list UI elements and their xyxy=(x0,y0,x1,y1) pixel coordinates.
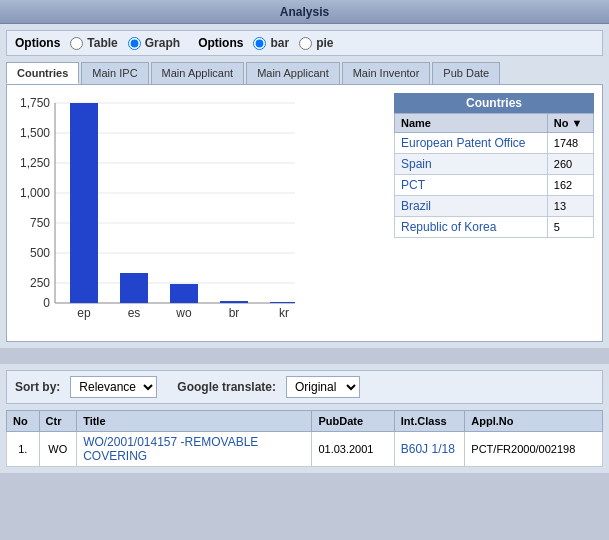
sort-bar: Sort by: Relevance Date Title Google tra… xyxy=(6,370,603,404)
result-intclass-cell: B60J 1/18 xyxy=(394,432,465,467)
country-name-link[interactable]: Spain xyxy=(401,157,432,171)
bottom-section: Sort by: Relevance Date Title Google tra… xyxy=(0,364,609,473)
pie-radio[interactable] xyxy=(299,37,312,50)
results-col-intclass: Int.Class xyxy=(394,411,465,432)
bar-kr xyxy=(270,302,295,303)
page-title: Analysis xyxy=(280,5,329,19)
tab-main-inventor[interactable]: Main Inventor xyxy=(342,62,431,84)
pie-label: pie xyxy=(316,36,333,50)
content-panel: 1,750 1,500 1,250 1,000 750 500 250 0 xyxy=(6,84,603,342)
bar-ep xyxy=(70,103,98,303)
country-name-cell: Brazil xyxy=(395,196,548,217)
country-name-cell: European Patent Office xyxy=(395,133,548,154)
col-name-header: Name xyxy=(395,114,548,133)
tab-countries[interactable]: Countries xyxy=(6,62,79,84)
col-no-header: No ▼ xyxy=(547,114,593,133)
translate-select[interactable]: Original English Spanish French xyxy=(286,376,360,398)
svg-text:0: 0 xyxy=(43,296,50,310)
results-col-title: Title xyxy=(77,411,312,432)
tab-pub-date[interactable]: Pub Date xyxy=(432,62,500,84)
sort-select[interactable]: Relevance Date Title xyxy=(70,376,157,398)
bar-radio-group: bar xyxy=(253,36,289,50)
section-divider xyxy=(0,348,609,356)
result-intclass-link[interactable]: B60J 1/18 xyxy=(401,442,455,456)
svg-text:1,750: 1,750 xyxy=(20,96,50,110)
country-no-cell: 162 xyxy=(547,175,593,196)
country-name-link[interactable]: PCT xyxy=(401,178,425,192)
countries-table-row: PCT162 xyxy=(395,175,594,196)
countries-table-area: Countries Name No ▼ European Patent Offi… xyxy=(394,93,594,333)
translate-label: Google translate: xyxy=(177,380,276,394)
graph-radio-group: Graph xyxy=(128,36,180,50)
countries-table-row: Spain260 xyxy=(395,154,594,175)
options-bar: Options Table Graph Options bar pie xyxy=(6,30,603,56)
country-no-cell: 1748 xyxy=(547,133,593,154)
table-radio-group: Table xyxy=(70,36,117,50)
sort-label: Sort by: xyxy=(15,380,60,394)
svg-text:wo: wo xyxy=(175,306,192,320)
results-col-ctr: Ctr xyxy=(39,411,77,432)
chart-options-label: Options xyxy=(198,36,243,50)
svg-text:250: 250 xyxy=(30,276,50,290)
country-name-cell: PCT xyxy=(395,175,548,196)
bar-es xyxy=(120,273,148,303)
graph-radio[interactable] xyxy=(128,37,141,50)
countries-table-row: European Patent Office1748 xyxy=(395,133,594,154)
country-no-cell: 5 xyxy=(547,217,593,238)
svg-text:ep: ep xyxy=(77,306,91,320)
countries-table-row: Brazil13 xyxy=(395,196,594,217)
result-no-cell: 1. xyxy=(7,432,40,467)
results-col-pubdate: PubDate xyxy=(312,411,394,432)
table-radio[interactable] xyxy=(70,37,83,50)
chart-area: 1,750 1,500 1,250 1,000 750 500 250 0 xyxy=(15,93,384,333)
country-name-link[interactable]: Republic of Korea xyxy=(401,220,496,234)
tab-main-ipc[interactable]: Main IPC xyxy=(81,62,148,84)
svg-text:500: 500 xyxy=(30,246,50,260)
results-table-row: 1.WOWO/2001/014157 -REMOVABLE COVERING01… xyxy=(7,432,603,467)
country-no-cell: 13 xyxy=(547,196,593,217)
graph-label: Graph xyxy=(145,36,180,50)
result-pubdate-cell: 01.03.2001 xyxy=(312,432,394,467)
svg-text:1,500: 1,500 xyxy=(20,126,50,140)
results-col-no: No xyxy=(7,411,40,432)
results-col-applno: Appl.No xyxy=(465,411,603,432)
svg-text:es: es xyxy=(128,306,141,320)
result-title-cell: WO/2001/014157 -REMOVABLE COVERING xyxy=(77,432,312,467)
countries-table-row: Republic of Korea5 xyxy=(395,217,594,238)
result-applno-cell: PCT/FR2000/002198 xyxy=(465,432,603,467)
countries-data-table: Name No ▼ European Patent Office1748Spai… xyxy=(394,113,594,238)
country-name-cell: Spain xyxy=(395,154,548,175)
options-label: Options xyxy=(15,36,60,50)
country-name-link[interactable]: European Patent Office xyxy=(401,136,526,150)
svg-text:750: 750 xyxy=(30,216,50,230)
country-name-cell: Republic of Korea xyxy=(395,217,548,238)
svg-text:kr: kr xyxy=(279,306,289,320)
bar-wo xyxy=(170,284,198,303)
result-title-link[interactable]: WO/2001/014157 -REMOVABLE COVERING xyxy=(83,435,258,463)
page-header: Analysis xyxy=(0,0,609,24)
result-ctr-cell: WO xyxy=(39,432,77,467)
country-no-cell: 260 xyxy=(547,154,593,175)
bar-chart: 1,750 1,500 1,250 1,000 750 500 250 0 xyxy=(15,93,295,333)
svg-text:br: br xyxy=(229,306,240,320)
tab-bar: Countries Main IPC Main Applicant Main A… xyxy=(6,62,603,84)
bar-radio[interactable] xyxy=(253,37,266,50)
countries-table-title: Countries xyxy=(394,93,594,113)
tab-main-applicant-2[interactable]: Main Applicant xyxy=(246,62,340,84)
table-label: Table xyxy=(87,36,117,50)
svg-text:1,000: 1,000 xyxy=(20,186,50,200)
bar-label: bar xyxy=(270,36,289,50)
main-container: Options Table Graph Options bar pie Coun… xyxy=(0,24,609,348)
bar-br xyxy=(220,301,248,303)
country-name-link[interactable]: Brazil xyxy=(401,199,431,213)
results-table: No Ctr Title PubDate Int.Class Appl.No 1… xyxy=(6,410,603,467)
pie-radio-group: pie xyxy=(299,36,333,50)
tab-main-applicant-1[interactable]: Main Applicant xyxy=(151,62,245,84)
svg-text:1,250: 1,250 xyxy=(20,156,50,170)
